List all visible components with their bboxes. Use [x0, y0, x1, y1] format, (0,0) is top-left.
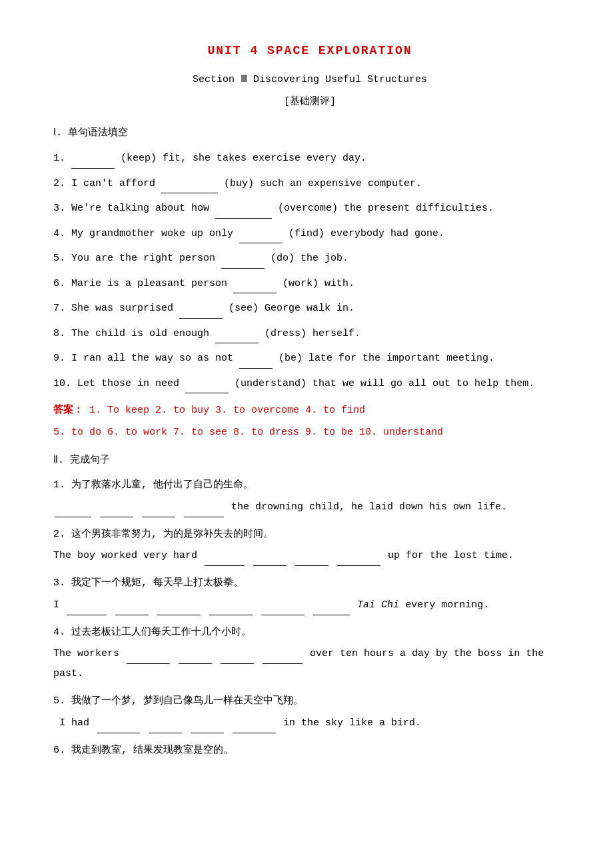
c3-blank3[interactable] [157, 595, 201, 615]
question-1: 1. (keep) fit, she takes exercise every … [53, 149, 566, 169]
question-6: 6. Marie is a pleasant person (work) wit… [53, 274, 566, 294]
completion-5: 5. 我做了一个梦, 梦到自己像鸟儿一样在天空中飞翔。 I had in the… [53, 692, 566, 733]
q8-num: 8. The child is old enough [53, 328, 215, 339]
en-4-cont: past. [53, 664, 566, 684]
q1-hint: (keep) fit, she takes exercise every day… [121, 153, 366, 164]
c3-blank1[interactable] [67, 595, 107, 615]
en-5: I had in the sky like a bird. [53, 713, 566, 733]
q10-num: 10. Let those in need [53, 378, 185, 389]
q1-blank[interactable] [71, 149, 115, 169]
answer-block: 答案： 1. To keep 2. to buy 3. to overcome … [53, 401, 566, 421]
question-4: 4. My grandmother woke up only (find) ev… [53, 224, 566, 244]
answers-line1: 1. To keep 2. to buy 3. to overcome 4. t… [89, 405, 365, 416]
q6-num: 6. Marie is a pleasant person [53, 278, 233, 289]
c2-blank3[interactable] [295, 545, 328, 566]
en-3: I Tai Chi every morning. [53, 595, 566, 615]
completion-6: 6. 我走到教室, 结果发现教室是空的。 [53, 741, 566, 761]
q1-num: 1. [53, 153, 71, 164]
q4-num: 4. My grandmother woke up only [53, 228, 239, 239]
cn-3: 3. 我定下一个规矩, 每天早上打太极拳。 [53, 574, 566, 593]
q5-blank[interactable] [221, 249, 265, 269]
question-9: 9. I ran all the way so as not (be) late… [53, 349, 566, 369]
c4-blank4[interactable] [263, 643, 303, 664]
c1-blank3[interactable] [142, 497, 175, 517]
q9-blank[interactable] [239, 349, 273, 369]
q8-hint: (dress) herself. [265, 328, 360, 339]
q7-hint: (see) George walk in. [229, 303, 354, 314]
c4-blank2[interactable] [179, 643, 212, 664]
question-2: 2. I can't afford (buy) such an expensiv… [53, 174, 566, 194]
cn-2: 2. 这个男孩非常努力, 为的是弥补失去的时间。 [53, 525, 566, 545]
completion-3: 3. 我定下一个规矩, 每天早上打太极拳。 I Tai Chi every mo… [53, 574, 566, 615]
q3-hint: (overcome) the present difficulties. [278, 203, 494, 214]
q9-hint: (be) late for the important meeting. [279, 353, 494, 364]
c2-blank2[interactable] [253, 545, 287, 566]
c1-blank2[interactable] [100, 497, 133, 517]
en-4: The workers over ten hours a day by the … [53, 643, 566, 664]
c4-blank1[interactable] [127, 643, 170, 664]
en-2: The boy worked very hard up for the lost… [53, 545, 566, 566]
q5-num: 5. You are the right person [53, 253, 221, 264]
tai-chi-italic: Tai Chi [357, 599, 399, 611]
c5-blank1[interactable] [97, 713, 140, 733]
c3-blank6[interactable] [313, 595, 350, 615]
c2-blank4[interactable] [337, 545, 380, 566]
completion-2: 2. 这个男孩非常努力, 为的是弥补失去的时间。 The boy worked … [53, 525, 566, 567]
q7-num: 7. She was surprised [53, 303, 179, 314]
section1-header: Ⅰ. 单句语法填空 [53, 124, 566, 142]
page-title: UNIT 4 SPACE EXPLORATION [53, 40, 566, 61]
c3-blank4[interactable] [209, 595, 253, 615]
question-10: 10. Let those in need (understand) that … [53, 374, 566, 394]
q6-hint: (work) with. [283, 278, 354, 289]
q2-hint: (buy) such an expensive computer. [224, 178, 422, 189]
completion-4: 4. 过去老板让工人们每天工作十几个小时。 The workers over t… [53, 623, 566, 685]
question-3: 3. We're talking about how (overcome) th… [53, 199, 566, 219]
q6-blank[interactable] [233, 274, 277, 294]
q9-num: 9. I ran all the way so as not [53, 353, 239, 364]
c4-blank3[interactable] [221, 643, 254, 664]
q4-blank[interactable] [239, 224, 283, 244]
completion-1: 1. 为了救落水儿童, 他付出了自己的生命。 the drowning chil… [53, 476, 566, 517]
c3-blank2[interactable] [115, 595, 149, 615]
question-7: 7. She was surprised (see) George walk i… [53, 299, 566, 319]
cn-6: 6. 我走到教室, 结果发现教室是空的。 [53, 741, 566, 761]
q4-hint: (find) everybody had gone. [289, 228, 444, 239]
cn-5: 5. 我做了一个梦, 梦到自己像鸟儿一样在天空中飞翔。 [53, 692, 566, 711]
c5-blank2[interactable] [149, 713, 182, 733]
q2-blank[interactable] [161, 174, 218, 194]
c3-blank5[interactable] [261, 595, 305, 615]
question-8: 8. The child is old enough (dress) herse… [53, 324, 566, 344]
bracket-title: [基础测评] [53, 93, 566, 111]
c1-blank4[interactable] [184, 497, 224, 517]
answers-line2: 5. to do 6. to work 7. to see 8. to dres… [53, 423, 566, 443]
en-1: the drowning child, he laid down his own… [53, 497, 566, 517]
q8-blank[interactable] [215, 324, 259, 344]
q3-blank[interactable] [215, 199, 272, 219]
subtitle: Section Ⅲ Discovering Useful Structures [53, 71, 566, 89]
c5-blank4[interactable] [233, 713, 276, 733]
c1-blank1[interactable] [55, 497, 91, 517]
c5-blank3[interactable] [191, 713, 224, 733]
q10-blank[interactable] [185, 374, 229, 394]
cn-4: 4. 过去老板让工人们每天工作十几个小时。 [53, 623, 566, 643]
section2-header: Ⅱ. 完成句子 [53, 451, 566, 469]
q3-num: 3. We're talking about how [53, 203, 215, 214]
c2-blank1[interactable] [205, 545, 245, 566]
answer-label: 答案： [53, 405, 83, 416]
q5-hint: (do) the job. [271, 253, 348, 264]
q7-blank[interactable] [179, 299, 223, 319]
cn-1: 1. 为了救落水儿童, 他付出了自己的生命。 [53, 476, 566, 495]
q2-num: 2. I can't afford [53, 178, 161, 189]
q10-hint: (understand) that we will go all out to … [235, 378, 534, 389]
question-5: 5. You are the right person (do) the job… [53, 249, 566, 269]
